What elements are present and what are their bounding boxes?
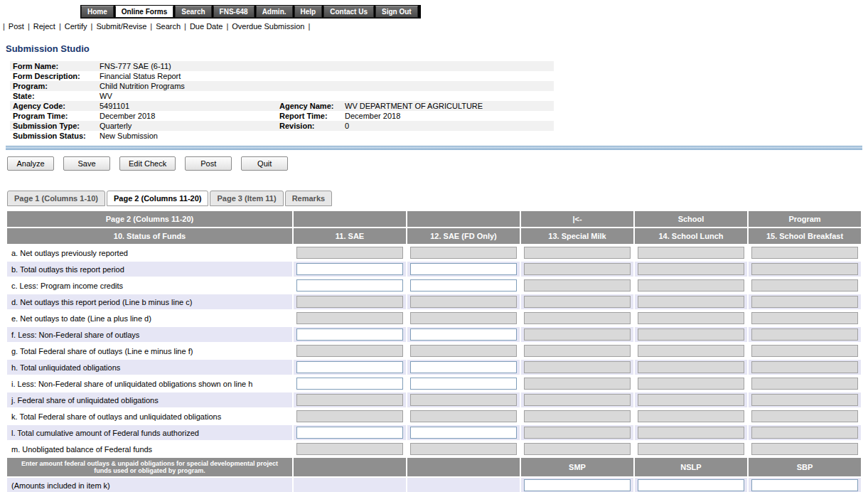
input-k-col13 xyxy=(524,410,631,422)
input-l-col12[interactable] xyxy=(410,427,517,439)
tab-page-3-item-11[interactable]: Page 3 (Item 11) xyxy=(210,191,283,206)
edit-check-button[interactable]: Edit Check xyxy=(119,156,176,171)
special-header-col11 xyxy=(294,458,406,476)
input-special-col13[interactable] xyxy=(524,479,631,491)
cell-special-col15 xyxy=(749,478,861,492)
action-certify[interactable]: Certify xyxy=(65,22,87,31)
label-revision: Revision: xyxy=(279,122,345,130)
input-j-col15 xyxy=(751,394,858,406)
row-label-h: h. Total unliquidated obligations xyxy=(7,360,292,375)
input-b-col11[interactable] xyxy=(296,263,403,275)
value-agency-code: 5491101 xyxy=(100,102,279,110)
row-label-m: m. Unobligated balance of Federal funds xyxy=(7,442,292,456)
input-i-col11[interactable] xyxy=(296,378,403,390)
tab-page-1-columns-1-10[interactable]: Page 1 (Columns 1-10) xyxy=(7,191,105,206)
column-header-col0: 10. Status of Funds xyxy=(7,228,292,244)
input-b-col12[interactable] xyxy=(410,263,517,275)
nav-item-home[interactable]: Home xyxy=(81,6,114,18)
cell-e-col11 xyxy=(294,311,406,326)
input-e-col13 xyxy=(524,312,631,324)
cell-c-col11 xyxy=(294,278,406,293)
cell-l-col13 xyxy=(521,425,633,440)
nav-item-admin[interactable]: Admin. xyxy=(256,6,293,18)
special-header-col12 xyxy=(407,458,520,476)
form-info-row-submission-status: Submission Status:New Submission xyxy=(10,131,554,141)
form-info-row-program: Program:Child Nutrition Programs xyxy=(10,81,554,91)
row-label-l: l. Total cumulative amount of Federal fu… xyxy=(7,425,292,440)
input-a-col15 xyxy=(751,247,858,259)
input-l-col11[interactable] xyxy=(296,427,403,439)
tab-remarks[interactable]: Remarks xyxy=(285,191,332,206)
input-d-col14 xyxy=(638,296,744,308)
column-header-col5: 15. School Breakfast xyxy=(749,228,861,244)
input-g-col13 xyxy=(524,345,631,357)
spacer xyxy=(279,82,345,90)
input-a-col13 xyxy=(524,247,631,259)
action-submit-revise[interactable]: Submit/Revise xyxy=(96,22,146,31)
cell-b-col14 xyxy=(635,262,747,277)
input-h-col12[interactable] xyxy=(410,361,517,373)
cell-g-col12 xyxy=(407,343,520,358)
nav-item-search[interactable]: Search xyxy=(175,6,211,18)
action-overdue-submission[interactable]: Overdue Submission xyxy=(232,22,304,31)
input-l-col15 xyxy=(751,427,858,439)
input-a-col12 xyxy=(410,247,517,259)
input-f-col15 xyxy=(751,328,858,341)
action-post[interactable]: Post xyxy=(9,22,24,31)
analyze-button[interactable]: Analyze xyxy=(7,156,54,171)
cell-f-col11 xyxy=(294,327,406,342)
cell-e-col15 xyxy=(749,311,861,326)
input-special-col15[interactable] xyxy=(751,479,858,491)
input-i-col12[interactable] xyxy=(410,378,517,390)
tab-page-2-columns-11-20[interactable]: Page 2 (Columns 11-20) xyxy=(107,191,209,206)
input-h-col13 xyxy=(524,361,631,373)
nav-item-sign-out[interactable]: Sign Out xyxy=(375,6,418,18)
cell-c-col13 xyxy=(521,278,633,293)
input-f-col11[interactable] xyxy=(296,328,403,341)
input-c-col12[interactable] xyxy=(410,279,517,292)
action-search[interactable]: Search xyxy=(156,22,181,31)
input-k-col15 xyxy=(751,410,858,422)
nav-item-fns-648[interactable]: FNS-648 xyxy=(213,6,254,18)
nav-item-online-forms[interactable]: Online Forms xyxy=(115,6,173,18)
cell-c-col14 xyxy=(635,278,747,293)
cell-d-col12 xyxy=(407,294,520,309)
save-button[interactable]: Save xyxy=(63,156,110,171)
value-agency-name: WV DEPARTMENT OF AGRICULTURE xyxy=(345,102,554,110)
cell-j-col13 xyxy=(521,392,633,407)
row-label-g: g. Total Federal share of outlays (Line … xyxy=(7,343,292,358)
pipe-separator: | xyxy=(308,22,310,31)
nav-item-help[interactable]: Help xyxy=(294,6,323,18)
row-label-amounts-included: (Amounts included in item k) xyxy=(7,478,292,492)
input-h-col11[interactable] xyxy=(296,361,403,373)
cell-l-col12 xyxy=(407,425,520,440)
input-c-col11[interactable] xyxy=(296,279,403,292)
input-e-col14 xyxy=(638,312,744,324)
cell-d-col13 xyxy=(521,294,633,309)
cell-c-col12 xyxy=(407,278,520,293)
spacer xyxy=(345,92,554,100)
input-j-col12 xyxy=(410,394,517,406)
post-button[interactable]: Post xyxy=(185,156,232,171)
cell-a-col15 xyxy=(749,245,861,260)
quit-button[interactable]: Quit xyxy=(241,156,288,171)
cell-h-col11 xyxy=(294,360,406,375)
input-c-col14 xyxy=(638,279,744,292)
input-special-col14[interactable] xyxy=(638,479,744,491)
action-due-date[interactable]: Due Date xyxy=(190,22,223,31)
input-j-col11 xyxy=(296,394,403,406)
pipe-separator: | xyxy=(3,22,5,31)
value-report-time: December 2018 xyxy=(345,112,554,120)
spacer xyxy=(279,92,345,100)
input-f-col12[interactable] xyxy=(410,328,517,341)
cell-m-col12 xyxy=(407,442,520,456)
spacer xyxy=(279,62,345,70)
table-row-f: f. Less: Non-Federal share of outlays xyxy=(7,327,861,342)
nav-item-contact-us[interactable]: Contact Us xyxy=(323,6,374,18)
cell-a-col13 xyxy=(521,245,633,260)
action-reject[interactable]: Reject xyxy=(33,22,55,31)
cell-m-col15 xyxy=(749,442,861,456)
cell-b-col13 xyxy=(521,262,633,277)
input-a-col11 xyxy=(296,247,403,259)
cell-special-col12 xyxy=(407,478,520,492)
